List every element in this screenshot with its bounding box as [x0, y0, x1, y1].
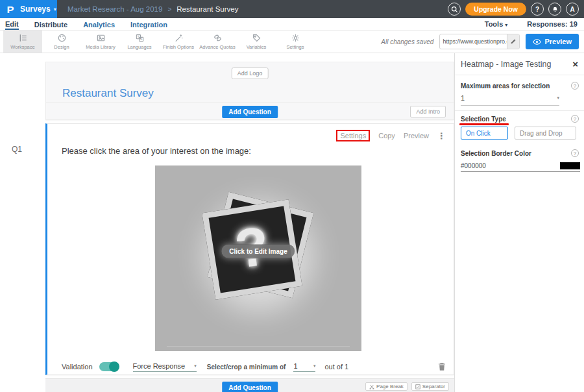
toolbar-workspace[interactable]: Workspace: [3, 31, 42, 53]
svg-text:S: S: [137, 36, 139, 39]
scissors-icon: [369, 384, 374, 389]
toolbar-design[interactable]: Design: [42, 31, 81, 53]
bell-icon: [552, 6, 559, 13]
border-color-field[interactable]: #000000: [461, 162, 580, 172]
surveys-product-menu[interactable]: P Surveys ▾: [0, 0, 57, 18]
question-number: Q1: [12, 145, 22, 154]
toolbar-finish-options[interactable]: Finish Options: [159, 31, 198, 53]
tab-edit[interactable]: Edit: [5, 19, 19, 30]
placeholder-divider: [167, 346, 350, 347]
border-color-value: #000000: [461, 162, 486, 169]
validation-label: Validation: [62, 363, 93, 371]
tab-analytics[interactable]: Analytics: [83, 19, 115, 29]
tag-icon: [252, 33, 262, 43]
settings-button[interactable]: Settings: [336, 130, 370, 141]
out-of-label: out of 1: [324, 363, 348, 371]
top-bar: P Surveys ▾ Market Research - Aug 2019 >…: [0, 0, 584, 18]
chevron-down-icon: ▾: [313, 363, 316, 369]
validation-toggle[interactable]: [99, 362, 119, 371]
question-preview-button[interactable]: Preview: [404, 132, 429, 140]
translate-icon: SA: [135, 33, 145, 43]
notifications-button[interactable]: [548, 3, 561, 16]
help-icon[interactable]: ?: [571, 149, 579, 157]
selection-type-label: Selection Type: [461, 116, 506, 123]
survey-url-field[interactable]: https://www.questionpro.com/t/APNrFZ: [439, 34, 520, 49]
toolbar-variables[interactable]: Variables: [237, 31, 276, 53]
editor-toolbar: Workspace Design Media Library SA Langua…: [0, 31, 584, 53]
breadcrumb: Market Research - Aug 2019 > Restaurant …: [67, 5, 238, 13]
minimum-value-select[interactable]: 1 ▾: [293, 362, 315, 372]
wand-icon: [174, 33, 184, 43]
click-to-edit-image-button[interactable]: Click to Edit Image: [221, 244, 295, 258]
edit-url-button[interactable]: [507, 34, 519, 49]
breadcrumb-survey-name: Restaurant Survey: [176, 5, 238, 13]
gear-icon: [291, 33, 300, 43]
add-section-band: Add Question Page Break Separator: [45, 378, 454, 392]
max-areas-row: Maximum areas for selection ?: [461, 82, 579, 90]
tab-integration[interactable]: Integration: [130, 19, 167, 29]
close-icon[interactable]: ×: [572, 59, 578, 69]
eye-icon: [533, 39, 541, 45]
palette-icon: [57, 33, 67, 43]
band-right: Page Break Separator: [365, 382, 449, 391]
max-areas-select[interactable]: 1 ▾: [461, 94, 559, 106]
breadcrumb-separator: >: [167, 6, 171, 13]
add-question-button[interactable]: Add Question: [222, 106, 278, 118]
help-icon[interactable]: ?: [571, 82, 579, 90]
panel-title: Heatmap - Image Testing: [461, 60, 551, 69]
questionpro-survey-editor: P Surveys ▾ Market Research - Aug 2019 >…: [0, 0, 584, 392]
copy-button[interactable]: Copy: [378, 132, 395, 140]
avatar[interactable]: A: [566, 3, 579, 16]
trash-icon: [438, 362, 446, 371]
survey-nav: Edit Distribute Analytics Integration To…: [0, 18, 584, 31]
toolbar-settings[interactable]: Settings: [276, 31, 315, 53]
search-button[interactable]: [448, 3, 461, 16]
chevron-down-icon: ▾: [54, 6, 56, 12]
more-options-icon[interactable]: ⋮: [437, 131, 446, 141]
toolbar-advance-quotas[interactable]: Advance Quotas: [198, 31, 237, 53]
search-icon: [451, 6, 458, 13]
toolbar-right: All changes saved https://www.questionpr…: [381, 31, 579, 53]
separator-icon: [415, 384, 420, 389]
pencil-icon: [510, 38, 517, 45]
add-intro-button[interactable]: Add Intro: [410, 106, 446, 117]
survey-title[interactable]: Restaurant Survey: [62, 87, 154, 100]
breadcrumb-folder[interactable]: Market Research - Aug 2019: [67, 5, 162, 13]
color-swatch[interactable]: [560, 162, 580, 169]
toolbar-media-library[interactable]: Media Library: [81, 31, 120, 53]
survey-url-value: https://www.questionpro.com/t/APNrFZ: [440, 38, 507, 45]
topbar-actions: Upgrade Now ? A: [448, 3, 579, 16]
add-logo-button[interactable]: Add Logo: [232, 67, 269, 79]
validation-rule-select[interactable]: Force Response ▾: [133, 362, 197, 372]
minimum-label: Select/crop a minimum of: [207, 363, 286, 371]
separator-button[interactable]: Separator: [411, 382, 449, 391]
panel-divider: [455, 110, 584, 111]
chevron-down-icon: ▾: [557, 95, 559, 101]
help-button[interactable]: ?: [531, 3, 544, 16]
toggle-knob: [109, 361, 119, 372]
drag-and-drop-option[interactable]: Drag and Drop: [515, 127, 576, 140]
questionpro-logo: P: [2, 4, 19, 15]
panel-header: Heatmap - Image Testing ×: [461, 59, 578, 69]
panel-divider: [455, 75, 584, 75]
preview-button[interactable]: Preview: [526, 34, 579, 49]
selection-type-options: On Click Drag and Drop: [461, 127, 576, 140]
nav-right: Tools ▾ Responses: 19: [485, 20, 578, 28]
image-placeholder[interactable]: ? Click to Edit Image: [155, 165, 361, 351]
help-icon[interactable]: ?: [571, 115, 579, 123]
survey-header-card: Add Logo Restaurant Survey Add Question …: [45, 62, 454, 120]
question-text[interactable]: Please click the area of your interest o…: [62, 146, 251, 156]
delete-question-button[interactable]: [438, 362, 446, 371]
workspace-icon: [18, 33, 28, 43]
upgrade-now-button[interactable]: Upgrade Now: [465, 3, 526, 16]
responses-count[interactable]: Responses: 19: [527, 20, 578, 28]
product-menu-label: Surveys: [20, 5, 51, 14]
toolbar-languages[interactable]: SA Languages: [120, 31, 159, 53]
tab-distribute[interactable]: Distribute: [34, 19, 67, 29]
page-break-button[interactable]: Page Break: [365, 382, 408, 391]
on-click-option[interactable]: On Click: [461, 127, 508, 140]
add-question-bottom-button[interactable]: Add Question: [222, 382, 278, 392]
tools-menu[interactable]: Tools ▾: [485, 20, 508, 28]
image-icon: [96, 33, 106, 43]
question-actions: Settings Copy Preview ⋮: [336, 130, 446, 141]
